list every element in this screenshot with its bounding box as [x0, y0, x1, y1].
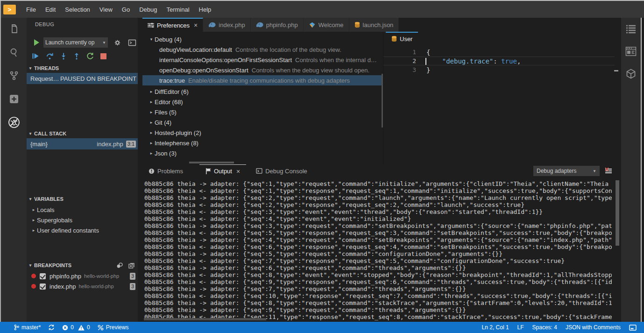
explorer-icon[interactable]	[1, 18, 27, 40]
code-line[interactable]: 3 }	[383, 65, 615, 74]
git-branch-status[interactable]: master*	[14, 324, 41, 331]
step-over-button[interactable]	[45, 52, 54, 60]
close-icon[interactable]: ×	[236, 168, 240, 175]
menu-go[interactable]: Go	[117, 6, 134, 13]
pref-trace[interactable]: trace : true Enable/disable tracing comm…	[142, 75, 383, 85]
settings-json-editor: User 1 { 2 "debug.trace": true, 3 }	[383, 32, 621, 164]
pref-debugviewlocation[interactable]: debugViewLocation : default Controls the…	[142, 44, 383, 55]
breakpoint-row[interactable]: phpinfo.php hello-world-php 3	[27, 271, 138, 281]
output-line: 0b885c86 theia -> adapter: {"seq":4,"typ…	[144, 236, 612, 243]
variables-section-header[interactable]: ▾ VARIABLES	[27, 194, 138, 204]
menu-help[interactable]: Help	[194, 6, 216, 13]
tab-output[interactable]: Output ×	[199, 164, 246, 177]
eol-status[interactable]: LF	[517, 324, 524, 331]
info-circle-icon	[149, 168, 155, 174]
collapse-arrow-icon: ▾	[27, 66, 34, 71]
output-log[interactable]: 0b885c86 theia -> adapter: {"seq":1,"typ…	[144, 180, 612, 320]
pref-group-json[interactable]: ▸ Json (3)	[142, 148, 383, 158]
branch-icon	[14, 324, 19, 331]
language-mode-status[interactable]: JSON with Comments	[566, 324, 621, 331]
menu-terminal[interactable]: Terminal	[162, 6, 194, 13]
thread-row[interactable]: Request… PAUSED ON BREAKPOINT	[27, 73, 138, 84]
variables-scope-superglobals[interactable]: ▸ Superglobals	[27, 215, 138, 225]
start-debug-button[interactable]	[34, 39, 39, 46]
menu-debug[interactable]: Debug	[134, 6, 162, 13]
welcome-gem-icon	[309, 21, 316, 28]
indentation-status[interactable]: Spaces: 4	[532, 324, 557, 331]
cursor-position-status[interactable]: Ln 2, Col 1	[482, 324, 509, 331]
pref-internalconsoleoptions[interactable]: internalConsoleOptions : openOnFirstSess…	[142, 55, 383, 65]
menu-edit[interactable]: Edit	[41, 6, 60, 13]
previews-status[interactable]: Previews	[98, 324, 129, 331]
breakpoint-checkbox[interactable]	[40, 273, 46, 279]
expand-arrow-icon: ▸	[148, 89, 155, 94]
feedback-icon[interactable]	[629, 325, 637, 331]
remove-all-breakpoints-icon[interactable]	[128, 262, 135, 269]
problems-status[interactable]: 0 0	[62, 324, 90, 331]
expand-arrow-icon: ▸	[148, 120, 155, 125]
tab-debug-console[interactable]: Debug Console	[250, 164, 313, 177]
preview-icon[interactable]	[621, 40, 641, 63]
output-line: 0b885c86 theia <- adapter: {"seq":8,"typ…	[144, 271, 612, 278]
source-control-icon[interactable]	[1, 64, 27, 87]
pref-group-diffeditor[interactable]: ▸ DiffEditor (6)	[142, 86, 383, 97]
plugins-icon[interactable]	[1, 88, 27, 110]
menu-selection[interactable]: Selection	[60, 6, 94, 13]
tab-welcome[interactable]: Welcome	[304, 18, 349, 32]
code-line-current[interactable]: 2 "debug.trace": true,	[383, 57, 615, 65]
open-debug-console-icon[interactable]	[128, 39, 136, 46]
pref-group-debug[interactable]: ▾ Debug (4)	[142, 34, 383, 44]
pref-opendebug[interactable]: openDebug : openOnSessionStart Controls …	[142, 65, 383, 75]
breakpoints-section-header[interactable]: ▾ BREAKPOINTS	[27, 261, 138, 270]
horizontal-scrollbar[interactable]	[189, 162, 234, 163]
tab-preferences[interactable]: Preferences ×	[142, 18, 203, 32]
threads-section-header[interactable]: ▾ THREADS	[27, 64, 138, 73]
theia-logo-icon[interactable]: >	[3, 5, 16, 14]
expand-arrow-icon: ▸	[148, 141, 155, 145]
debug-icon[interactable]	[1, 111, 27, 134]
pref-group-intelephense[interactable]: ▸ Intelephense (8)	[142, 138, 383, 148]
horizontal-scrollbar[interactable]	[144, 318, 266, 320]
outline-view-icon[interactable]	[621, 18, 641, 40]
call-stack-section-header[interactable]: ▾ CALL STACK	[27, 129, 138, 138]
sync-status[interactable]	[48, 324, 55, 331]
tab-user-settings[interactable]: User	[386, 32, 418, 45]
tab-launch-json[interactable]: launch.json	[349, 18, 399, 32]
stack-frame-row[interactable]: {main} index.php 3:1	[27, 138, 138, 149]
breakpoint-dot-icon	[31, 284, 36, 289]
variables-scope-locals[interactable]: ▸ Locals	[27, 205, 138, 215]
breakpoint-row[interactable]: index.php hello-world-php 3	[27, 281, 138, 291]
pref-group-files[interactable]: ▸ Files (5)	[142, 107, 383, 117]
tab-problems[interactable]: Problems	[142, 164, 189, 177]
clear-output-icon[interactable]	[604, 167, 613, 175]
variables-scope-constants[interactable]: ▸ User defined constants	[27, 225, 138, 235]
breakpoint-line-badge: 3	[130, 283, 135, 290]
debug-toolbar	[31, 50, 107, 62]
package-icon[interactable]	[621, 63, 641, 85]
close-icon[interactable]: ×	[194, 21, 198, 29]
search-icon[interactable]	[1, 41, 27, 64]
launch-configuration-select[interactable]: Launch currently op ▼	[43, 37, 108, 48]
step-out-button[interactable]	[73, 52, 80, 60]
expand-arrow-icon: ▸	[148, 99, 155, 104]
output-line: 0b885c86 theia <- adapter: {"seq":6,"typ…	[144, 243, 612, 250]
debug-settings-gear-icon[interactable]	[113, 39, 121, 47]
pref-group-git[interactable]: ▸ Git (4)	[142, 117, 383, 128]
pref-group-editor[interactable]: ▸ Editor (68)	[142, 97, 383, 107]
output-channel-select[interactable]: Debug adapters ▼	[533, 166, 600, 176]
debug-run-row: Launch currently op ▼	[27, 36, 138, 49]
breakpoint-checkbox[interactable]	[40, 283, 46, 290]
continue-button[interactable]	[31, 52, 40, 60]
output-line: 0b885c86 theia -> adapter: {"seq":2,"typ…	[144, 194, 612, 201]
menu-view[interactable]: View	[95, 6, 117, 13]
restart-button[interactable]	[86, 52, 94, 60]
code-line[interactable]: 1 {	[383, 48, 615, 57]
tab-phpinfo-php[interactable]: phpinfo.php	[251, 18, 304, 32]
pref-group-hosted-plugin[interactable]: ▸ Hosted-plugin (2)	[142, 128, 383, 138]
step-into-button[interactable]	[60, 52, 67, 60]
menu-file[interactable]: File	[21, 6, 41, 13]
stop-button[interactable]	[100, 53, 107, 60]
vertical-scrollbar[interactable]	[616, 180, 619, 246]
toggle-breakpoints-icon[interactable]	[116, 262, 123, 269]
tab-index-php[interactable]: index.php	[203, 18, 250, 32]
